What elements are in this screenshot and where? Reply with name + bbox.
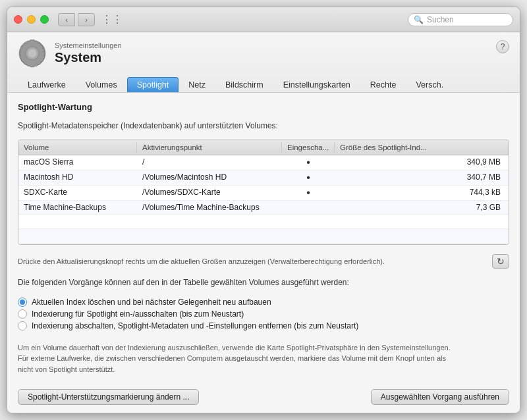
note-text: Drücke den Aktualisierungsknopf rechts u…: [18, 257, 385, 265]
traffic-lights: [14, 15, 49, 24]
refresh-button[interactable]: ↻: [492, 254, 509, 269]
note-bar: Drücke den Aktualisierungsknopf rechts u…: [18, 251, 509, 271]
info-text: Um ein Volume dauerhaft von der Indexier…: [18, 342, 509, 375]
radio-item-1[interactable]: Indexierung für Spotlight ein-/ausschalt…: [18, 309, 509, 319]
cell-volume-1: Macintosh HD: [18, 171, 137, 185]
search-box[interactable]: 🔍 Suchen: [408, 13, 513, 26]
back-button[interactable]: ‹: [58, 13, 75, 26]
app-title: System: [55, 49, 122, 65]
tab-volumes[interactable]: Volumes: [76, 77, 127, 92]
cell-volume-0: macOS Sierra: [18, 155, 137, 170]
content-area: Spotlight-Wartung Spotlight-Metadatenspe…: [7, 93, 520, 413]
cell-enabled-1: •: [282, 171, 335, 185]
app-meta: Systemeinstellungen System: [55, 41, 122, 65]
cell-size-2: 744,3 kB: [335, 186, 509, 200]
col-size: Größe des Spotlight-Ind...: [335, 142, 509, 153]
cell-size-0: 340,9 MB: [335, 155, 509, 170]
help-button[interactable]: ?: [496, 40, 509, 53]
titlebar: ‹ › ⋮⋮ 🔍 Suchen: [7, 7, 520, 32]
table-row-empty: [18, 229, 509, 244]
search-placeholder: Suchen: [427, 15, 454, 24]
table-row-empty: [18, 244, 509, 245]
cell-volume-3: Time Machine-Backups: [18, 201, 137, 214]
radio-item-0[interactable]: Aktuellen Index löschen und bei nächster…: [18, 298, 509, 307]
radio-label-2: Indexierung abschalten, Spotlight-Metada…: [32, 321, 358, 330]
radio-0[interactable]: [18, 298, 27, 307]
cell-mount-1: /Volumes/Macintosh HD: [137, 171, 282, 185]
data-table: Volume Aktivierungspunkt Eingescha... Gr…: [18, 140, 509, 245]
svg-point-2: [28, 49, 37, 58]
table-header: Volume Aktivierungspunkt Eingescha... Gr…: [18, 140, 509, 155]
close-button[interactable]: [14, 15, 22, 24]
nav-buttons: ‹ ›: [58, 13, 95, 26]
radio-1[interactable]: [18, 309, 27, 319]
tab-versch[interactable]: Versch.: [406, 77, 453, 92]
section-title: Spotlight-Wartung: [18, 102, 509, 112]
col-enabled: Eingescha...: [282, 142, 335, 153]
radio-label-1: Indexierung für Spotlight ein-/ausschalt…: [32, 309, 244, 319]
table-row[interactable]: Time Machine-Backups /Volumes/Time Machi…: [18, 201, 509, 215]
col-mount: Aktivierungspunkt: [137, 142, 282, 153]
cell-volume-2: SDXC-Karte: [18, 186, 137, 200]
radio-item-2[interactable]: Indexierung abschalten, Spotlight-Metada…: [18, 321, 509, 330]
cell-enabled-3: [282, 201, 335, 214]
cell-mount-3: /Volumes/Time Machine-Backups: [137, 201, 282, 214]
gear-svg: [18, 39, 47, 68]
bottom-buttons: Spotlight-Unterstützungsmarkierung änder…: [18, 389, 509, 405]
tabs: Laufwerke Volumes Spotlight Netz Bildsch…: [18, 73, 509, 92]
main-window: ‹ › ⋮⋮ 🔍 Suchen: [7, 7, 520, 413]
table-label: Spotlight-Metadatenspeicher (Indexdatenb…: [18, 121, 509, 130]
tab-rechte[interactable]: Rechte: [360, 77, 406, 92]
radio-group: Aktuellen Index löschen und bei nächster…: [18, 298, 509, 330]
cell-size-1: 340,7 MB: [335, 171, 509, 185]
table-row[interactable]: Macintosh HD /Volumes/Macintosh HD • 340…: [18, 171, 509, 186]
tab-bildschirm[interactable]: Bildschirm: [215, 77, 273, 92]
change-marking-button[interactable]: Spotlight-Unterstützungsmarkierung änder…: [18, 389, 199, 405]
tab-einstellungskarten[interactable]: Einstellungskarten: [273, 77, 360, 92]
tab-spotlight[interactable]: Spotlight: [127, 77, 179, 92]
app-subtitle: Systemeinstellungen: [55, 41, 122, 49]
tab-netz[interactable]: Netz: [179, 77, 215, 92]
app-info: Systemeinstellungen System ?: [18, 39, 509, 68]
maximize-button[interactable]: [40, 15, 49, 24]
cell-enabled-2: •: [282, 186, 335, 200]
forward-button[interactable]: ›: [78, 13, 95, 26]
col-volume: Volume: [18, 142, 137, 153]
cell-mount-2: /Volumes/SDXC-Karte: [137, 186, 282, 200]
radio-label-0: Aktuellen Index löschen und bei nächster…: [32, 298, 271, 307]
cell-enabled-0: •: [282, 155, 335, 170]
grid-icon[interactable]: ⋮⋮: [101, 13, 123, 26]
execute-action-button[interactable]: Ausgewählten Vorgang ausführen: [371, 389, 509, 405]
minimize-button[interactable]: [27, 15, 36, 24]
search-icon: 🔍: [414, 15, 424, 24]
header-area: Systemeinstellungen System ? Laufwerke V…: [7, 32, 520, 93]
table-body: macOS Sierra / • 340,9 MB Macintosh HD /…: [18, 155, 509, 245]
actions-label: Die folgenden Vorgänge können auf den in…: [18, 278, 509, 287]
table-row[interactable]: macOS Sierra / • 340,9 MB: [18, 155, 509, 171]
table-row-empty: [18, 215, 509, 229]
app-icon: [18, 39, 47, 68]
tab-laufwerke[interactable]: Laufwerke: [18, 77, 76, 92]
table-row[interactable]: SDXC-Karte /Volumes/SDXC-Karte • 744,3 k…: [18, 186, 509, 201]
cell-size-3: 7,3 GB: [335, 201, 509, 214]
cell-mount-0: /: [137, 155, 282, 170]
radio-2[interactable]: [18, 321, 27, 330]
